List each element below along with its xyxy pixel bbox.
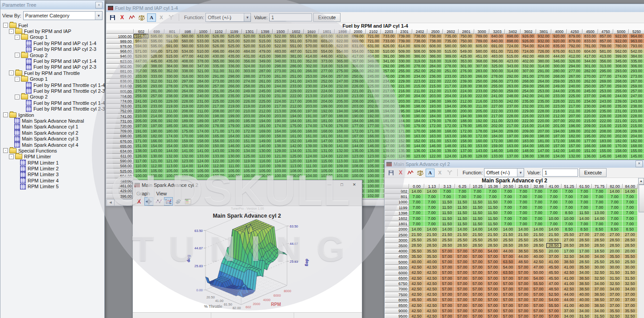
- table-cell[interactable]: 35.50: [623, 308, 638, 314]
- table-cell[interactable]: 57.00: [500, 286, 516, 292]
- table-cell[interactable]: 275.00: [335, 69, 350, 74]
- table-cell[interactable]: 54.00: [546, 297, 562, 303]
- col-header[interactable]: 2102: [366, 29, 381, 34]
- table-cell[interactable]: 257.00: [381, 69, 397, 74]
- table-cell[interactable]: 920.00: [551, 34, 567, 39]
- tree-expander-icon[interactable]: -: [9, 29, 14, 34]
- table-cell[interactable]: 14.00: [623, 189, 638, 194]
- row-header[interactable]: 2000: [385, 227, 409, 232]
- table-cell[interactable]: 57.00: [470, 308, 485, 314]
- table-cell[interactable]: 209.00: [629, 129, 644, 134]
- table-cell[interactable]: 34.00: [577, 270, 592, 276]
- table-cell[interactable]: 122.00: [428, 154, 443, 159]
- table-cell[interactable]: 134.00: [242, 149, 258, 153]
- col-header[interactable]: 6.25: [455, 184, 470, 189]
- table-cell[interactable]: 138.00: [536, 154, 552, 159]
- table-cell[interactable]: 14.00: [531, 227, 546, 232]
- table-cell[interactable]: 21.50: [531, 232, 546, 238]
- table-cell[interactable]: 183.00: [521, 139, 536, 144]
- table-cell[interactable]: 132.00: [335, 149, 350, 153]
- table-cell[interactable]: 183.00: [443, 114, 459, 119]
- table-cell[interactable]: 932.00: [536, 39, 552, 44]
- table-cell[interactable]: 229.00: [288, 89, 304, 94]
- table-cell[interactable]: 172.00: [350, 129, 366, 134]
- table-cell[interactable]: 38.50: [577, 286, 592, 292]
- table-cell[interactable]: 236.00: [366, 79, 381, 84]
- delete-icon[interactable]: X: [396, 169, 405, 177]
- table-cell[interactable]: 525.00: [226, 44, 242, 49]
- table-cell[interactable]: 260.00: [164, 89, 180, 94]
- table-cell[interactable]: 28.50: [516, 243, 531, 248]
- table-cell[interactable]: 269.00: [598, 79, 614, 84]
- line-chart-icon[interactable]: [164, 197, 173, 206]
- table-cell[interactable]: 268.00: [613, 79, 629, 84]
- row-header[interactable]: 801: [385, 194, 409, 199]
- col-header[interactable]: 0.00: [409, 184, 424, 189]
- table-cell[interactable]: 270.00: [582, 74, 598, 79]
- table-cell[interactable]: 28.50: [592, 243, 607, 248]
- table-cell[interactable]: 57.00: [439, 259, 455, 264]
- table-cell[interactable]: 295.00: [598, 69, 614, 74]
- table-cell[interactable]: 143.00: [474, 149, 490, 153]
- table-cell[interactable]: 40.00: [577, 303, 592, 308]
- table-cell[interactable]: 219.00: [366, 89, 381, 94]
- row-header[interactable]: 3000: [385, 238, 409, 243]
- table-cell[interactable]: 130.00: [226, 154, 242, 159]
- table-cell[interactable]: 228.00: [536, 109, 552, 114]
- table-cell[interactable]: 132.00: [164, 154, 180, 159]
- table-cell[interactable]: 202.00: [598, 134, 614, 139]
- table-cell[interactable]: 551.00: [288, 34, 304, 39]
- table-cell[interactable]: 7.00: [485, 194, 500, 199]
- table-cell[interactable]: 432.00: [335, 54, 350, 59]
- table-cell[interactable]: 174.00: [304, 124, 320, 128]
- row-header[interactable]: 838.00: [106, 79, 134, 84]
- table-cell[interactable]: 435.00: [226, 54, 242, 59]
- table-cell[interactable]: 257.00: [598, 84, 614, 89]
- table-cell[interactable]: 194.00: [459, 114, 474, 119]
- row-header[interactable]: 805.00: [106, 89, 134, 94]
- table-cell[interactable]: 7.00: [577, 194, 592, 199]
- table-cell[interactable]: 274.00: [242, 79, 258, 84]
- table-cell[interactable]: 38.50: [577, 281, 592, 286]
- table-cell[interactable]: 388.00: [180, 64, 196, 69]
- table-cell[interactable]: 492.00: [521, 54, 536, 59]
- table-cell[interactable]: 479.00: [257, 49, 273, 54]
- table-cell[interactable]: 251.00: [288, 74, 304, 79]
- col-header[interactable]: 3.13: [439, 184, 455, 189]
- table-cell[interactable]: 20.00: [623, 248, 638, 254]
- table-cell[interactable]: 203.00: [273, 114, 288, 119]
- table-cell[interactable]: 57.00: [455, 292, 470, 297]
- table-cell[interactable]: 57.00: [455, 270, 470, 276]
- table-cell[interactable]: 533.00: [196, 44, 211, 49]
- table-cell[interactable]: 11.50: [485, 205, 500, 211]
- table-cell[interactable]: 144.00: [350, 144, 366, 149]
- table-cell[interactable]: 445.00: [149, 59, 164, 64]
- close-button[interactable]: ✕: [349, 182, 360, 188]
- tree-item[interactable]: -RPM Limiter: [0, 154, 104, 160]
- table-cell[interactable]: 28.50: [623, 243, 638, 248]
- table-cell[interactable]: 10.00: [562, 216, 577, 221]
- row-header[interactable]: 634.00: [106, 149, 134, 153]
- table-cell[interactable]: 222.00: [443, 79, 459, 84]
- table-cell[interactable]: 8.50: [562, 211, 577, 216]
- table-cell[interactable]: 195.00: [242, 119, 258, 124]
- table-cell[interactable]: 259.00: [551, 79, 567, 84]
- table-cell[interactable]: 581.00: [598, 49, 614, 54]
- table-cell[interactable]: 28.50: [409, 243, 424, 248]
- table-cell[interactable]: 235.00: [567, 89, 582, 94]
- table-cell[interactable]: 208.00: [180, 109, 196, 114]
- table-cell[interactable]: 57.00: [470, 286, 485, 292]
- table-cell[interactable]: 121.00: [273, 154, 288, 159]
- table-cell[interactable]: 515.00: [443, 49, 459, 54]
- row-header[interactable]: 7500: [385, 292, 409, 297]
- row-header[interactable]: 752.00: [106, 109, 134, 114]
- col-header[interactable]: 3402: [505, 29, 521, 34]
- table-cell[interactable]: 28.50: [562, 243, 577, 248]
- table-cell[interactable]: 222.00: [598, 119, 614, 124]
- table-cell[interactable]: 27.00: [577, 232, 592, 238]
- table-cell[interactable]: 273.00: [505, 79, 521, 84]
- table-cell[interactable]: 594.00: [134, 44, 149, 49]
- table-cell[interactable]: 57.00: [531, 308, 546, 314]
- table-cell[interactable]: 7.00: [607, 199, 622, 205]
- table-cell[interactable]: 189.00: [226, 119, 242, 124]
